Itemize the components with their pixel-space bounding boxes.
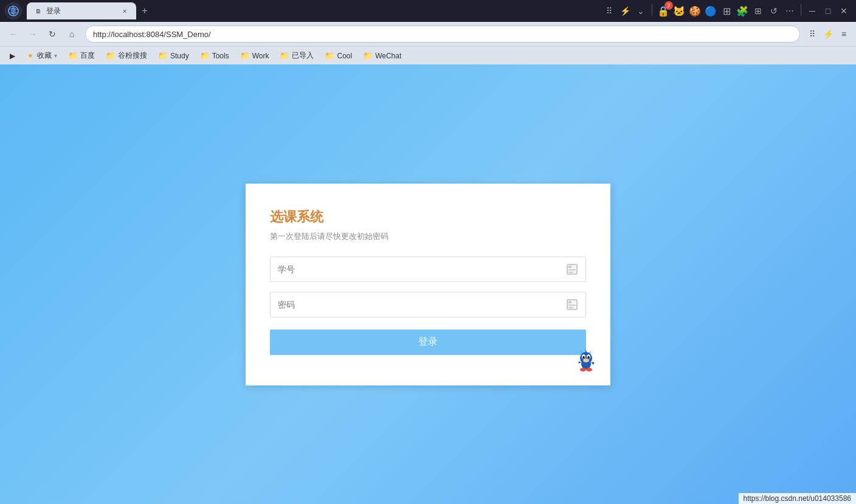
bookmark-tools[interactable]: 📁 Tools xyxy=(195,49,234,62)
page-content: 选课系统 第一次登陆后请尽快更改初始密码 xyxy=(0,64,856,504)
folder-icon: 📁 xyxy=(106,51,116,60)
ext-cookie-icon[interactable]: 🍪 xyxy=(688,4,702,18)
bookmark-tools-label: Tools xyxy=(212,52,229,60)
bookmark-gufensousou-label: 谷粉搜搜 xyxy=(118,50,147,61)
folder-icon: 📁 xyxy=(325,51,334,60)
address-bar[interactable]: http://localhost:8084/SSM_Demo/ xyxy=(85,26,800,43)
reload-button[interactable]: ↻ xyxy=(44,26,61,43)
url-text: http://localhost:8084/SSM_Demo/ xyxy=(93,30,211,39)
password-input-group xyxy=(270,292,586,317)
status-url: https://blog.csdn.net/u014033586 xyxy=(744,494,851,503)
close-button[interactable]: ✕ xyxy=(837,4,851,18)
minimize-button[interactable]: ─ xyxy=(805,4,820,18)
tab-title: 登录 xyxy=(46,6,61,16)
extensions-icon[interactable]: ⠿ xyxy=(602,4,616,18)
bookmark-favorites-label: 收藏 xyxy=(37,50,52,61)
lock-badge: 2 xyxy=(664,1,673,10)
bookmark-work-label: Work xyxy=(252,52,269,60)
browser-logo xyxy=(5,2,22,19)
svg-point-17 xyxy=(586,368,592,371)
menu-icon[interactable]: ≡ xyxy=(837,27,851,41)
ext-extra-icon[interactable]: ⋯ xyxy=(782,4,797,18)
window-controls: ⠿ ⚡ ⌄ 🔒 2 🐱 🍪 🔵 ⊞ 🧩 ⊞ ↺ ⋯ ─ □ ✕ xyxy=(602,4,851,18)
bookmark-favorites[interactable]: ★ 收藏 ▾ xyxy=(21,49,62,63)
bookmark-cool-label: Cool xyxy=(337,52,352,60)
svg-point-14 xyxy=(582,356,585,359)
chevron-icon: ▾ xyxy=(54,52,57,59)
ext-windows-icon[interactable]: ⊞ xyxy=(751,4,765,18)
ext-refresh-icon[interactable]: ↺ xyxy=(767,4,781,18)
svg-rect-9 xyxy=(568,307,573,308)
bookmark-gufensousou[interactable]: 📁 谷粉搜搜 xyxy=(101,49,152,63)
folder-icon: 📁 xyxy=(280,51,289,60)
username-input-group xyxy=(270,257,586,282)
title-bar: 🗎 登录 ✕ + ⠿ ⚡ ⌄ 🔒 2 🐱 🍪 🔵 ⊞ 🧩 ⊞ ↺ ⋯ xyxy=(0,0,856,22)
bookmark-work[interactable]: 📁 Work xyxy=(235,49,274,62)
folder-icon: 📁 xyxy=(240,51,250,60)
user-icon xyxy=(566,263,578,275)
extensions-menu-icon[interactable]: ⠿ xyxy=(805,27,820,41)
ext-grid-icon[interactable]: ⊞ xyxy=(719,4,734,18)
nav-extensions: ⠿ ⚡ ≡ xyxy=(805,27,851,41)
sonic-decoration xyxy=(574,349,598,373)
ext-puzzle-icon[interactable]: 🧩 xyxy=(735,4,750,18)
bookmarks-bar: ▶ ★ 收藏 ▾ 📁 百度 📁 谷粉搜搜 📁 Study 📁 Tools 📁 W… xyxy=(0,46,856,64)
nav-bar: ← → ↻ ⌂ http://localhost:8084/SSM_Demo/ … xyxy=(0,22,856,46)
folder-icon: 📁 xyxy=(68,51,78,60)
tab-bar: 🗎 登录 ✕ + xyxy=(27,2,595,19)
bookmark-play-button[interactable]: ▶ xyxy=(5,50,20,62)
back-button[interactable]: ← xyxy=(5,26,22,43)
bookmark-wechat[interactable]: 📁 WeChat xyxy=(358,49,406,62)
new-tab-button[interactable]: + xyxy=(137,4,152,18)
folder-icon: 📁 xyxy=(363,51,373,60)
svg-rect-4 xyxy=(568,269,576,271)
svg-point-15 xyxy=(587,356,590,359)
password-input[interactable] xyxy=(278,300,566,309)
bookmark-study-label: Study xyxy=(170,52,189,60)
username-input[interactable] xyxy=(278,264,566,274)
folder-icon: 📁 xyxy=(200,51,210,60)
bookmark-imported[interactable]: 📁 已导入 xyxy=(275,49,319,63)
play-icon: ▶ xyxy=(10,52,15,60)
login-title: 选课系统 xyxy=(270,208,586,226)
ext-lock-icon[interactable]: 🔒 2 xyxy=(656,4,671,18)
folder-icon: 📁 xyxy=(158,51,168,60)
lightning-icon[interactable]: ⚡ xyxy=(618,4,632,18)
login-button[interactable]: 登录 xyxy=(270,330,586,355)
svg-rect-5 xyxy=(568,272,573,273)
svg-rect-3 xyxy=(568,266,571,268)
bookmark-baidu[interactable]: 📁 百度 xyxy=(63,49,100,63)
forward-button[interactable]: → xyxy=(24,26,41,43)
bookmark-wechat-label: WeChat xyxy=(375,52,401,60)
status-bar: https://blog.csdn.net/u014033586 xyxy=(739,493,856,504)
svg-rect-8 xyxy=(568,305,576,306)
ext-chrome-icon[interactable]: 🔵 xyxy=(703,4,718,18)
login-card: 选课系统 第一次登陆后请尽快更改初始密码 xyxy=(246,184,610,385)
bookmark-imported-label: 已导入 xyxy=(292,50,314,61)
tab-favicon: 🗎 xyxy=(34,7,43,15)
ext-cat-icon[interactable]: 🐱 xyxy=(672,4,686,18)
svg-rect-7 xyxy=(568,301,571,303)
maximize-button[interactable]: □ xyxy=(821,4,835,18)
bookmark-baidu-label: 百度 xyxy=(80,50,95,61)
home-button[interactable]: ⌂ xyxy=(63,26,80,43)
bookmark-cool[interactable]: 📁 Cool xyxy=(320,49,357,62)
svg-point-16 xyxy=(580,368,586,371)
chevron-down-icon[interactable]: ⌄ xyxy=(633,4,648,18)
profile-icon[interactable]: ⚡ xyxy=(821,27,835,41)
password-icon xyxy=(566,299,578,311)
active-tab[interactable]: 🗎 登录 ✕ xyxy=(27,2,136,19)
star-icon: ★ xyxy=(26,52,35,60)
browser-chrome: 🗎 登录 ✕ + ⠿ ⚡ ⌄ 🔒 2 🐱 🍪 🔵 ⊞ 🧩 ⊞ ↺ ⋯ xyxy=(0,0,856,64)
login-subtitle: 第一次登陆后请尽快更改初始密码 xyxy=(270,231,586,242)
tab-close-button[interactable]: ✕ xyxy=(120,7,129,15)
bookmark-study[interactable]: 📁 Study xyxy=(153,49,194,62)
svg-point-18 xyxy=(583,359,589,362)
